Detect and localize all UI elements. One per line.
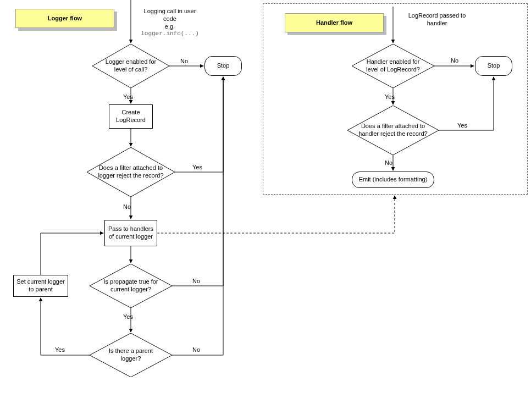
label-no-d3: No: [192, 278, 200, 285]
label-no-hd1: No: [451, 57, 458, 65]
handler-title: Handler flow: [285, 13, 384, 32]
terminator-emit: Emit (includes formatting): [352, 172, 434, 188]
handler-title-text: Handler flow: [316, 19, 352, 26]
decision-parent-logger: Is there a parent logger?: [90, 333, 172, 377]
label-yes-d4: Yes: [55, 346, 65, 354]
flowchart-canvas: Logger flow Logging call in user code e.…: [0, 0, 531, 420]
label-no-hd2: No: [385, 159, 392, 167]
decision-logger-level: Logger enabled for level of call?: [92, 44, 169, 88]
label-yes-d2: Yes: [192, 164, 202, 172]
label-yes-d1: Yes: [123, 93, 133, 101]
label-no-d2: No: [123, 203, 131, 211]
label-no-d4: No: [192, 346, 200, 354]
decision-logger-filter: Does a filter attached to logger reject …: [87, 147, 175, 197]
handler-entry-label: LogRecord passed to handler: [401, 12, 473, 27]
label-no-d1: No: [180, 58, 188, 65]
decision-handler-filter: Does a filter attached to handler reject…: [347, 106, 439, 155]
process-pass-handlers: Pass to handlers of current logger: [104, 220, 157, 246]
decision-propagate: Is propagate true for current logger?: [90, 264, 172, 308]
logger-title: Logger flow: [15, 9, 114, 28]
decision-handler-level: Handler enabled for level of LogRecord?: [352, 44, 434, 88]
logger-entry-label: Logging call in user code e.g. logger.in…: [134, 8, 206, 38]
label-yes-hd1: Yes: [385, 93, 395, 101]
stop-handler: Stop: [475, 56, 512, 76]
logger-title-text: Logger flow: [48, 15, 82, 21]
process-set-parent: Set current logger to parent: [13, 275, 68, 297]
label-yes-d3: Yes: [123, 313, 133, 321]
label-yes-hd2: Yes: [457, 122, 467, 130]
process-create-logrecord: Create LogRecord: [109, 104, 153, 129]
stop-logger: Stop: [204, 56, 242, 76]
